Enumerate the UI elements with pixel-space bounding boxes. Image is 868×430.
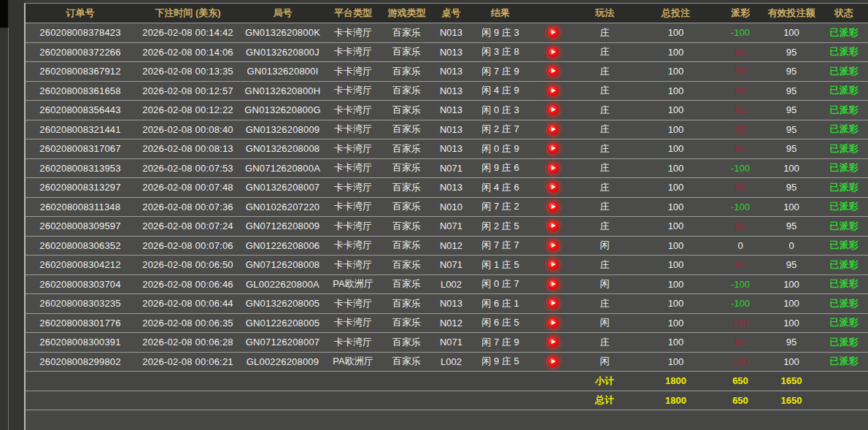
- bet-side-cell: 庄: [576, 159, 634, 178]
- payout-cell: 95: [718, 256, 763, 274]
- play-triangle-glyph: [551, 243, 556, 247]
- total-bet-cell: 100: [634, 198, 718, 217]
- platform-cell: 卡卡湾厅: [325, 256, 381, 274]
- table-no-cell: N071: [432, 256, 470, 274]
- table-row: 260208008304212 2026-02-08 00:06:50 GN07…: [26, 256, 868, 275]
- bet-time-cell: 2026-02-08 00:08:40: [135, 120, 241, 139]
- replay-cell: [530, 198, 576, 217]
- play-video-icon[interactable]: [548, 220, 559, 231]
- table-no-cell: N013: [432, 23, 470, 42]
- table-no-cell: N071: [432, 217, 470, 236]
- play-video-icon[interactable]: [548, 279, 559, 290]
- payout-cell: 100: [718, 353, 763, 372]
- order-id-cell: 260208008317067: [26, 139, 135, 158]
- table-row: 260208008309597 2026-02-08 00:07:24 GN07…: [26, 217, 868, 237]
- round-id-cell: GN0132620800G: [241, 101, 325, 120]
- total-bet-cell: 100: [634, 237, 718, 256]
- betting-records-page: 订单号 下注时间 (美东) 局号 平台类型 游戏类型 桌号 结果 玩法 总投注 …: [0, 0, 868, 430]
- valid-bet-cell: 100: [763, 314, 820, 333]
- valid-bet-cell: 95: [763, 62, 820, 81]
- table-no-cell: L002: [432, 353, 470, 372]
- replay-cell: [530, 314, 576, 333]
- valid-bet-cell: 95: [763, 43, 820, 62]
- play-video-icon[interactable]: [548, 124, 559, 135]
- game-type-cell: 百家乐: [381, 333, 432, 352]
- order-id-cell: 260208008300391: [26, 333, 135, 352]
- platform-cell: 卡卡湾厅: [325, 294, 381, 313]
- platform-cell: 卡卡湾厅: [325, 139, 381, 158]
- payout-cell: -100: [718, 23, 763, 42]
- play-triangle-glyph: [551, 107, 556, 112]
- play-video-icon[interactable]: [548, 356, 559, 367]
- play-video-icon[interactable]: [548, 85, 559, 96]
- table-row: 260208008361658 2026-02-08 00:12:57 GN01…: [26, 82, 868, 101]
- game-type-cell: 百家乐: [381, 23, 432, 42]
- order-id-cell: 260208008303235: [26, 294, 135, 313]
- round-id-cell: GN0132620800K: [241, 23, 325, 42]
- order-id-cell: 260208008309597: [26, 217, 135, 236]
- valid-bet-cell: 100: [763, 159, 820, 178]
- platform-cell: 卡卡湾厅: [325, 62, 381, 81]
- play-video-icon[interactable]: [548, 66, 559, 77]
- result-cell: 闲 4 庄 6: [470, 178, 530, 197]
- play-video-icon[interactable]: [548, 104, 559, 115]
- play-video-icon[interactable]: [548, 182, 559, 193]
- bet-time-cell: 2026-02-08 00:14:06: [135, 43, 241, 62]
- result-cell: 闲 1 庄 5: [470, 256, 530, 274]
- game-type-cell: 百家乐: [381, 294, 432, 313]
- play-triangle-glyph: [551, 166, 556, 170]
- replay-cell: [530, 62, 576, 81]
- status-cell: 已派彩: [820, 120, 868, 139]
- play-video-icon[interactable]: [548, 201, 559, 212]
- col-header-platform: 平台类型: [325, 4, 381, 23]
- replay-cell: [530, 178, 576, 197]
- total-bet-cell: 100: [634, 294, 718, 313]
- bet-side-cell: 庄: [576, 217, 634, 236]
- status-cell: 已派彩: [820, 237, 868, 256]
- payout-cell: -100: [718, 275, 763, 294]
- platform-cell: 卡卡湾厅: [325, 333, 381, 352]
- play-video-icon[interactable]: [548, 337, 559, 348]
- result-cell: 闲 6 庄 1: [470, 294, 530, 313]
- total-bet-cell: 100: [634, 120, 718, 139]
- play-video-icon[interactable]: [548, 143, 559, 154]
- payout-cell: 0: [718, 237, 763, 256]
- play-triangle-glyph: [551, 359, 556, 364]
- game-type-cell: 百家乐: [381, 256, 432, 274]
- play-video-icon[interactable]: [548, 163, 559, 174]
- result-cell: 闲 0 庄 9: [470, 139, 530, 158]
- bet-time-cell: 2026-02-08 00:06:44: [135, 294, 241, 313]
- grand-total-valid-bet: 1650: [763, 391, 820, 410]
- result-cell: 闲 9 庄 5: [470, 353, 530, 372]
- platform-cell: 卡卡湾厅: [325, 101, 381, 120]
- play-video-icon[interactable]: [548, 298, 559, 309]
- game-type-cell: 百家乐: [381, 217, 432, 236]
- round-id-cell: GL0022620800A: [241, 275, 325, 294]
- status-cell: 已派彩: [820, 294, 868, 313]
- payout-cell: 95: [718, 178, 763, 197]
- bet-side-cell: 庄: [576, 256, 634, 274]
- subtotal-valid-bet: 1650: [763, 372, 820, 391]
- bet-time-cell: 2026-02-08 00:12:22: [135, 101, 241, 120]
- valid-bet-cell: 95: [763, 256, 820, 274]
- status-cell: 已派彩: [820, 353, 868, 372]
- play-video-icon[interactable]: [548, 259, 559, 270]
- game-type-cell: 百家乐: [381, 275, 432, 294]
- status-cell: 已派彩: [820, 256, 868, 274]
- grand-total-payout: 650: [718, 391, 763, 410]
- table-row: 260208008356443 2026-02-08 00:12:22 GN01…: [26, 101, 868, 120]
- order-id-cell: 260208008306352: [26, 237, 135, 256]
- order-id-cell: 260208008356443: [26, 101, 135, 120]
- bet-side-cell: 庄: [576, 82, 634, 101]
- replay-cell: [530, 139, 576, 158]
- bet-side-cell: 闲: [576, 353, 634, 372]
- table-no-cell: N013: [432, 178, 470, 197]
- play-video-icon[interactable]: [548, 27, 559, 38]
- bet-time-cell: 2026-02-08 00:07:53: [135, 159, 241, 178]
- play-video-icon[interactable]: [548, 47, 559, 58]
- play-video-icon[interactable]: [548, 318, 559, 329]
- play-triangle-glyph: [551, 320, 556, 325]
- play-video-icon[interactable]: [548, 240, 559, 251]
- bet-time-cell: 2026-02-08 00:06:28: [135, 333, 241, 352]
- subtotal-row: 小计 1800 650 1650: [26, 372, 868, 391]
